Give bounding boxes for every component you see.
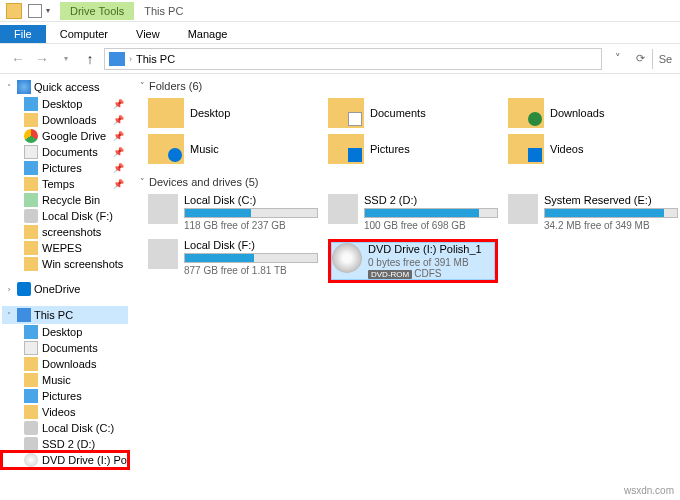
nav-group-onedrive: › OneDrive <box>2 280 128 298</box>
nav-item[interactable]: Music <box>2 372 128 388</box>
gdrive-icon <box>24 129 38 143</box>
folder-icon <box>328 98 364 128</box>
nav-up-icon[interactable]: ↑ <box>80 49 100 69</box>
folder-item[interactable]: Music <box>148 134 318 164</box>
nav-item[interactable]: DVD Drive (I:) Polish <box>2 452 128 468</box>
nav-forward-icon[interactable]: → <box>32 49 52 69</box>
qat-dropdown-icon[interactable]: ▾ <box>46 6 50 15</box>
breadcrumb-location[interactable]: This PC <box>136 53 175 65</box>
contextual-tab-drive-tools[interactable]: Drive Tools <box>60 2 134 20</box>
nav-item[interactable]: Local Disk (C:) <box>2 420 128 436</box>
nav-item[interactable]: Pictures <box>2 388 128 404</box>
nav-item[interactable]: Documents📌 <box>2 144 128 160</box>
drive-item[interactable]: System Reserved (E:)34.2 MB free of 349 … <box>508 194 678 231</box>
folder-icon <box>24 405 38 419</box>
collapse-icon[interactable]: ˅ <box>140 81 145 91</box>
folder-icon <box>24 373 38 387</box>
folder-label: Music <box>190 143 219 155</box>
nav-item[interactable]: Desktop <box>2 324 128 340</box>
nav-header-label: Quick access <box>34 81 99 93</box>
folder-grid: DesktopDocumentsDownloadsMusicPicturesVi… <box>148 98 670 164</box>
doc-icon <box>24 341 38 355</box>
nav-header-label: OneDrive <box>34 283 80 295</box>
address-dropdown-icon[interactable]: ˅ <box>608 49 628 69</box>
qat-button[interactable] <box>28 4 42 18</box>
nav-item-label: Desktop <box>42 326 82 338</box>
nav-item-label: Temps <box>42 178 74 190</box>
search-icon[interactable]: Se <box>652 49 672 69</box>
nav-back-icon[interactable]: ← <box>8 49 28 69</box>
nav-item-label: Music <box>42 374 71 386</box>
expand-icon[interactable]: ˅ <box>4 83 14 92</box>
nav-item[interactable]: Temps📌 <box>2 176 128 192</box>
nav-item[interactable]: Desktop📌 <box>2 96 128 112</box>
nav-item[interactable]: Google Drive📌 <box>2 128 128 144</box>
pic-icon <box>24 161 38 175</box>
ribbon-tab-manage[interactable]: Manage <box>174 25 242 43</box>
drive-usage-fill <box>185 254 254 262</box>
nav-history-dropdown-icon[interactable]: ▾ <box>56 49 76 69</box>
folder-item[interactable]: Pictures <box>328 134 498 164</box>
hard-drive-icon <box>508 194 538 224</box>
content-pane: ˅ Folders (6) DesktopDocumentsDownloadsM… <box>130 74 680 500</box>
nav-item-label: Videos <box>42 406 75 418</box>
drive-info: Local Disk (C:)118 GB free of 237 GB <box>184 194 318 231</box>
nav-header-quick-access[interactable]: ˅ Quick access <box>2 78 128 96</box>
folder-item[interactable]: Videos <box>508 134 678 164</box>
drive-item[interactable]: SSD 2 (D:)100 GB free of 698 GB <box>328 194 498 231</box>
drive-item[interactable]: DVD Drive (I:) Polish_10 bytes free of 3… <box>332 243 494 279</box>
folder-item[interactable]: Documents <box>328 98 498 128</box>
section-header-drives[interactable]: ˅ Devices and drives (5) <box>140 176 670 188</box>
location-thispc-icon <box>109 52 125 66</box>
nav-item[interactable]: Videos <box>2 404 128 420</box>
nav-item-label: Local Disk (F:) <box>42 210 113 222</box>
nav-item[interactable]: Downloads📌 <box>2 112 128 128</box>
quick-access-toolbar: ▾ <box>28 4 50 18</box>
drive-item[interactable]: Local Disk (F:)877 GB free of 1.81 TB <box>148 239 318 283</box>
drive-fs-text: DVD-ROMCDFS <box>368 268 494 279</box>
folder-item[interactable]: Downloads <box>508 98 678 128</box>
nav-item[interactable]: WEPES <box>2 240 128 256</box>
nav-item[interactable]: Local Disk (F:) <box>2 208 128 224</box>
folder-label: Pictures <box>370 143 410 155</box>
folder-label: Videos <box>550 143 583 155</box>
hard-drive-icon <box>328 194 358 224</box>
ribbon-tab-view[interactable]: View <box>122 25 174 43</box>
address-box[interactable]: › This PC <box>104 48 602 70</box>
expand-icon[interactable]: › <box>4 285 14 294</box>
pic-icon <box>24 389 38 403</box>
nav-item[interactable]: SSD 2 (D:) <box>2 436 128 452</box>
nav-item-label: Local Disk (C:) <box>42 422 114 434</box>
folder-icon <box>24 357 38 371</box>
collapse-icon[interactable]: ˅ <box>140 177 145 187</box>
nav-item[interactable]: Documents <box>2 340 128 356</box>
folder-icon <box>24 113 38 127</box>
section-header-folders[interactable]: ˅ Folders (6) <box>140 80 670 92</box>
nav-item[interactable]: Recycle Bin <box>2 192 128 208</box>
drive-item[interactable]: Local Disk (C:)118 GB free of 237 GB <box>148 194 318 231</box>
folder-icon <box>24 257 38 271</box>
drive-name: Local Disk (F:) <box>184 239 318 251</box>
refresh-icon[interactable]: ⟳ <box>630 49 650 69</box>
nav-header-thispc[interactable]: ˅ This PC <box>2 306 128 324</box>
folder-item[interactable]: Desktop <box>148 98 318 128</box>
address-bar: ← → ▾ ↑ › This PC ˅ ⟳ Se <box>0 44 680 74</box>
dvd-drive-icon <box>332 243 362 273</box>
quick-access-icon <box>17 80 31 94</box>
nav-item[interactable]: Pictures📌 <box>2 160 128 176</box>
pin-icon: 📌 <box>113 115 124 125</box>
folder-icon <box>148 98 184 128</box>
ribbon-tab-computer[interactable]: Computer <box>46 25 122 43</box>
folder-overlay-icon <box>168 148 182 162</box>
highlight-box: DVD Drive (I:) Polish_10 bytes free of 3… <box>328 239 498 283</box>
ribbon-tab-file[interactable]: File <box>0 25 46 43</box>
disk-icon <box>24 421 38 435</box>
expand-icon[interactable]: ˅ <box>4 311 14 320</box>
nav-item[interactable]: screenshots <box>2 224 128 240</box>
pin-icon: 📌 <box>113 163 124 173</box>
nav-item-label: DVD Drive (I:) Polish <box>42 454 128 466</box>
nav-header-onedrive[interactable]: › OneDrive <box>2 280 128 298</box>
nav-item[interactable]: Win screenshots <box>2 256 128 272</box>
watermark: wsxdn.com <box>624 485 674 496</box>
nav-item[interactable]: Downloads <box>2 356 128 372</box>
